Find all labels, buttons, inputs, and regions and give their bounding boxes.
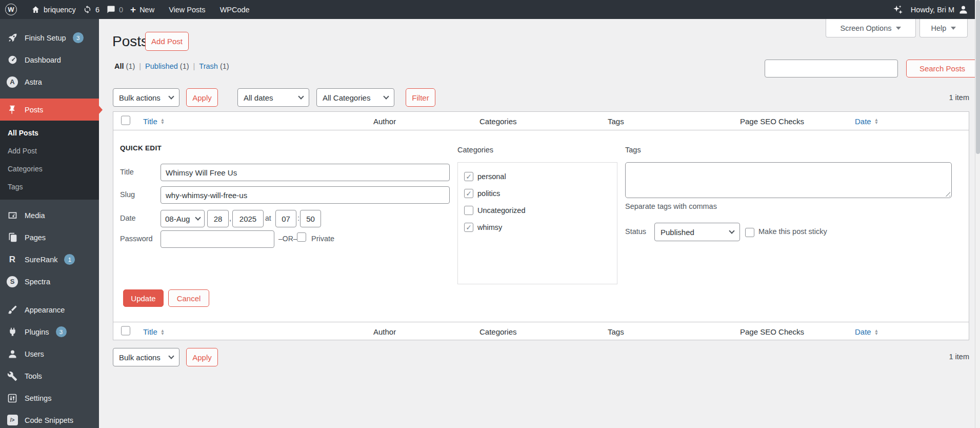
bulk-actions-select[interactable]: Bulk actions [113,88,179,107]
filter-button[interactable]: Filter [406,88,435,107]
at-label: at [265,214,271,222]
updates-count: 6 [95,6,99,14]
chevron-down-icon [896,27,901,30]
submenu-all-posts[interactable]: All Posts [0,124,99,142]
window-scrollbar[interactable] [975,0,980,428]
categories-checklist: personal politics Uncategorized whimsy [457,162,617,284]
private-checkbox[interactable] [297,232,306,242]
tags-hint: Separate tags with commas [625,202,717,210]
sidebar-item-surerank[interactable]: R SureRank 1 [0,248,99,270]
slug-input[interactable] [161,186,450,204]
status-select[interactable]: Published [654,223,740,241]
chevron-down-icon [168,93,174,99]
chevron-down-icon [195,215,201,220]
sidebar-item-dashboard[interactable]: Dashboard [0,49,99,71]
dashboard-icon [7,54,18,66]
all-categories-select[interactable]: All Categories [316,88,394,107]
search-posts-input[interactable] [765,60,898,77]
sidebar-item-media[interactable]: Media [0,204,99,226]
all-dates-select[interactable]: All dates [237,88,309,107]
category-checkbox-whimsy[interactable] [464,223,473,232]
comments-menu[interactable]: 0 [107,5,123,14]
site-name: briquency [44,6,76,14]
sidebar-item-astra[interactable]: A Astra [0,71,99,93]
site-name-menu[interactable]: briquency [31,5,76,14]
table-footer-row: Title ▲▼ Author Categories Tags Page SEO… [113,322,969,341]
view-published-link[interactable]: Published (1) [145,62,189,70]
bulk-actions-select-bottom[interactable]: Bulk actions [113,348,179,366]
month-select[interactable]: 08-Aug [161,210,205,227]
tags-label: Tags [625,146,641,154]
help-button[interactable]: Help [919,19,968,37]
submenu-categories[interactable]: Categories [0,160,99,178]
add-post-button[interactable]: Add Post [145,32,189,51]
submenu-add-post[interactable]: Add Post [0,142,99,160]
column-date-sort-bottom[interactable]: Date ▲▼ [855,327,878,336]
rocket-icon [7,32,18,44]
wpcode-menu[interactable]: WPCode [220,6,250,14]
avatar-icon [958,4,969,15]
update-button[interactable]: Update [123,289,164,307]
scrollbar-thumb[interactable] [976,0,980,154]
day-input[interactable] [207,210,229,227]
admin-sidebar: Finish Setup 3 Dashboard A Astra Posts A… [0,19,99,428]
column-title-sort[interactable]: Title ▲▼ [143,116,165,125]
password-label: Password [120,235,153,243]
sidebar-item-pages[interactable]: Pages [0,226,99,248]
password-input[interactable] [161,230,274,248]
column-title-sort-bottom[interactable]: Title ▲▼ [143,327,165,336]
sidebar-item-plugins[interactable]: Plugins 3 [0,321,99,343]
category-item: whimsy [464,219,611,236]
category-checkbox-uncategorized[interactable] [464,206,473,215]
my-account-menu[interactable]: Howdy, Bri M [911,4,969,15]
view-trash-link[interactable]: Trash (1) [199,62,229,70]
category-checkbox-personal[interactable] [464,172,473,181]
tags-textarea[interactable] [625,162,952,198]
year-input[interactable] [232,210,264,227]
chevron-down-icon [383,93,389,99]
title-input[interactable] [161,164,450,181]
sticky-label: Make this post sticky [758,227,827,236]
updates-menu[interactable]: 6 [83,5,99,14]
new-label: New [139,6,154,14]
new-content-menu[interactable]: + New [130,5,154,14]
finish-setup-badge: 3 [73,32,84,43]
chevron-down-icon [729,228,734,234]
sidebar-item-spectra[interactable]: S Spectra [0,270,99,293]
sort-arrows-icon: ▲▼ [874,118,878,124]
view-all-link[interactable]: All (1) [114,62,135,70]
submenu-tags[interactable]: Tags [0,178,99,196]
sidebar-item-posts[interactable]: Posts [0,99,99,121]
wordpress-admin-screen: briquency 6 0 + New View Posts [0,0,980,428]
wordpress-logo-icon[interactable] [5,4,17,15]
category-item: personal [464,168,611,185]
search-posts-button[interactable]: Search Posts [906,60,978,77]
sidebar-item-users[interactable]: Users [0,343,99,365]
category-checkbox-politics[interactable] [464,189,473,198]
slug-label: Slug [120,190,135,199]
sidebar-item-finish-setup[interactable]: Finish Setup 3 [0,27,99,49]
chevron-down-icon [298,93,304,99]
select-all-checkbox-bottom[interactable] [121,326,130,336]
sidebar-item-code-snippets[interactable]: /> Code Snippets [0,409,99,428]
apply-button[interactable]: Apply [186,88,218,107]
cancel-button[interactable]: Cancel [168,289,209,307]
select-all-checkbox[interactable] [121,115,130,125]
comments-icon [107,5,115,14]
apply-button-bottom[interactable]: Apply [186,348,218,366]
sidebar-item-tools[interactable]: Tools [0,365,99,387]
resize-handle[interactable] [945,191,950,197]
pushpin-icon [7,104,18,115]
sticky-checkbox[interactable] [745,228,754,237]
sliders-icon [7,393,18,404]
sidebar-item-settings[interactable]: Settings [0,387,99,409]
home-icon [31,5,40,14]
minute-input[interactable] [300,210,321,227]
column-date-sort[interactable]: Date ▲▼ [855,116,878,125]
hour-input[interactable] [275,210,296,227]
view-posts-menu[interactable]: View Posts [169,6,205,14]
surerank-badge: 1 [64,254,75,265]
sidebar-item-appearance[interactable]: Appearance [0,299,99,321]
screen-options-button[interactable]: Screen Options [826,19,916,37]
ai-sparkles-icon[interactable] [892,4,904,15]
